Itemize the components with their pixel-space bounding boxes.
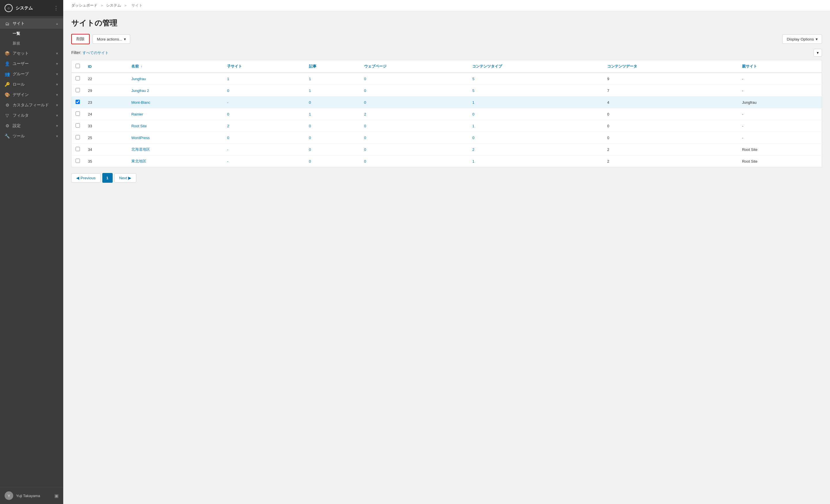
delete-button[interactable]: 削除 xyxy=(71,34,90,44)
row-children-link-1[interactable]: 0 xyxy=(227,89,229,93)
row-content-types-link-6[interactable]: 2 xyxy=(472,148,474,152)
row-webpages-link-3[interactable]: 2 xyxy=(364,112,366,116)
sidebar-menu-icon[interactable]: ⋮ xyxy=(54,5,59,11)
row-articles-link-5[interactable]: 0 xyxy=(309,136,311,140)
sidebar-item-label-filters: フィルタ xyxy=(13,113,29,118)
row-select-6[interactable] xyxy=(75,147,80,151)
row-articles-link-1[interactable]: 1 xyxy=(309,89,311,93)
settings-icon: ⚙ xyxy=(5,123,10,128)
th-webpages[interactable]: ウェブページ xyxy=(360,60,469,73)
sidebar-item-design[interactable]: 🎨 デザイン ▼ xyxy=(0,90,63,100)
th-articles[interactable]: 記事 xyxy=(305,60,360,73)
row-name-link-6[interactable]: 北海道地区 xyxy=(131,147,150,151)
sidebar-item-assets[interactable]: 📦 アセット ▼ xyxy=(0,48,63,59)
row-webpages-4: 0 xyxy=(360,120,469,132)
th-content-data[interactable]: コンテンツデータ xyxy=(603,60,738,73)
row-articles-link-6[interactable]: 0 xyxy=(309,148,311,152)
row-name-link-5[interactable]: WordPress xyxy=(131,136,150,140)
sidebar-sub-item-new[interactable]: 新規 xyxy=(13,38,63,48)
sidebar-item-label-groups: グループ xyxy=(13,71,29,77)
sidebar-item-users[interactable]: 👤 ユーザー ▼ xyxy=(0,59,63,69)
sidebar-item-site[interactable]: 🗂 サイト ▲ xyxy=(0,19,63,29)
row-webpages-link-4[interactable]: 0 xyxy=(364,124,366,128)
row-content-types-link-4[interactable]: 1 xyxy=(472,124,474,128)
row-children-link-7[interactable]: - xyxy=(227,159,228,163)
row-webpages-link-2[interactable]: 0 xyxy=(364,100,366,104)
row-children-link-3[interactable]: 0 xyxy=(227,112,229,116)
th-name[interactable]: 名前 ↑ xyxy=(127,60,223,73)
sidebar-nav: 🗂 サイト ▲ 一覧 新規 📦 アセット ▼ 👤 ユーザー xyxy=(0,16,63,487)
page-number-1[interactable]: 1 xyxy=(102,173,113,183)
row-name-link-0[interactable]: Jungfrau xyxy=(131,77,146,81)
filter-label: Filter: xyxy=(71,50,81,55)
row-articles-link-2[interactable]: 0 xyxy=(309,100,311,104)
row-articles-link-0[interactable]: 1 xyxy=(309,77,311,81)
chevron-down-icon-tools: ▼ xyxy=(56,134,59,138)
row-children-link-5[interactable]: 0 xyxy=(227,136,229,140)
sidebar-item-tools[interactable]: 🔧 ツール ▼ xyxy=(0,131,63,141)
row-children-2: - xyxy=(223,97,305,108)
row-children-link-4[interactable]: 2 xyxy=(227,124,229,128)
row-webpages-link-5[interactable]: 0 xyxy=(364,136,366,140)
row-children-link-0[interactable]: 1 xyxy=(227,77,229,81)
row-webpages-link-1[interactable]: 0 xyxy=(364,89,366,93)
row-content-types-2: 1 xyxy=(468,97,603,108)
row-select-5[interactable] xyxy=(75,135,80,139)
row-articles-link-3[interactable]: 1 xyxy=(309,112,311,116)
row-webpages-link-7[interactable]: 0 xyxy=(364,159,366,163)
row-children-5: 0 xyxy=(223,132,305,144)
display-options-button[interactable]: Display Options ▾ xyxy=(782,34,822,44)
filter-left: Filter: すべてのサイト xyxy=(71,50,109,56)
sidebar-sub-item-list[interactable]: 一覧 xyxy=(13,29,63,38)
th-id[interactable]: ID xyxy=(84,60,127,73)
row-webpages-link-6[interactable]: 0 xyxy=(364,148,366,152)
previous-button[interactable]: ◀ Previous xyxy=(71,173,101,183)
more-actions-button[interactable]: More actions... ▾ xyxy=(93,34,130,44)
row-content-types-link-1[interactable]: 5 xyxy=(472,89,474,93)
th-parent[interactable]: 親サイト xyxy=(738,60,822,73)
pagination: ◀ Previous 1 Next ▶ xyxy=(71,173,822,183)
screen-icon[interactable]: ▣ xyxy=(54,493,59,499)
row-select-7[interactable] xyxy=(75,159,80,163)
sidebar-item-roles[interactable]: 🔑 ロール ▼ xyxy=(0,79,63,90)
row-name-link-7[interactable]: 東北地区 xyxy=(131,159,146,163)
row-name-3: Rainier xyxy=(127,108,223,120)
row-name-link-3[interactable]: Rainier xyxy=(131,112,143,116)
breadcrumb-dashboard[interactable]: ダッシュボード xyxy=(71,3,97,7)
next-button[interactable]: Next ▶ xyxy=(115,173,136,183)
row-articles-link-7[interactable]: 0 xyxy=(309,159,311,163)
row-name-link-1[interactable]: Jungfrau 2 xyxy=(131,89,149,93)
row-select-2[interactable] xyxy=(75,100,80,104)
row-select-3[interactable] xyxy=(75,112,80,116)
row-content-types-link-2[interactable]: 1 xyxy=(472,100,474,104)
sidebar-item-filters[interactable]: ▽ フィルタ ▼ xyxy=(0,111,63,121)
row-select-4[interactable] xyxy=(75,123,80,128)
sidebar-item-label-site: サイト xyxy=(13,21,25,26)
th-children[interactable]: 子サイト xyxy=(223,60,305,73)
breadcrumb-system[interactable]: システム xyxy=(106,3,121,7)
row-select-1[interactable] xyxy=(75,88,80,92)
breadcrumb-current: サイト xyxy=(131,3,142,7)
row-content-types-link-5[interactable]: 0 xyxy=(472,136,474,140)
filter-all-sites[interactable]: すべてのサイト xyxy=(83,51,109,55)
row-content-data-7: 2 xyxy=(603,155,738,167)
row-articles-link-4[interactable]: 0 xyxy=(309,124,311,128)
row-webpages-link-0[interactable]: 0 xyxy=(364,77,366,81)
select-all-checkbox[interactable] xyxy=(75,64,80,68)
row-content-types-link-7[interactable]: 1 xyxy=(472,159,474,163)
row-children-link-6[interactable]: - xyxy=(227,148,228,152)
sidebar-item-settings[interactable]: ⚙ 設定 ▼ xyxy=(0,121,63,131)
sidebar-item-label-design: デザイン xyxy=(13,92,29,97)
filter-dropdown-button[interactable]: ▾ xyxy=(813,49,822,57)
sidebar-item-groups[interactable]: 👥 グループ ▼ xyxy=(0,69,63,79)
row-content-types-link-0[interactable]: 5 xyxy=(472,77,474,81)
sidebar-item-custom-fields[interactable]: ⚙ カスタムフィールド ▼ xyxy=(0,100,63,111)
th-content-types[interactable]: コンテンツタイプ xyxy=(468,60,603,73)
row-name-link-2[interactable]: Mont-Blanc xyxy=(131,100,150,104)
row-content-types-link-3[interactable]: 0 xyxy=(472,112,474,116)
row-select-0[interactable] xyxy=(75,76,80,81)
row-name-link-4[interactable]: Root Site xyxy=(131,124,147,128)
prev-arrow-icon: ◀ xyxy=(76,176,79,180)
row-children-link-2[interactable]: - xyxy=(227,100,228,104)
row-checkbox-1 xyxy=(71,85,84,97)
